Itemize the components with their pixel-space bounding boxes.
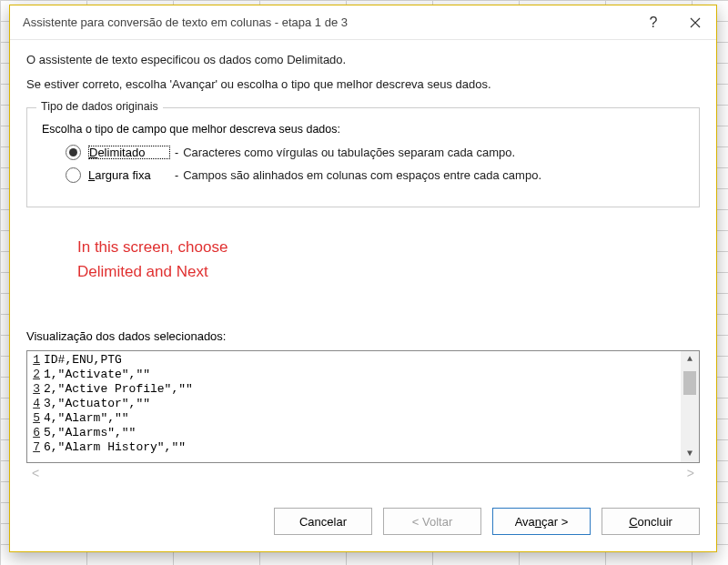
- line-number: 5: [27, 411, 42, 426]
- preview-label: Visualização dos dados selecionados:: [26, 329, 700, 343]
- scroll-down-arrow[interactable]: ▼: [681, 446, 699, 462]
- line-text: 5,"Alarms","": [42, 426, 136, 440]
- radio-delimited-desc: Caracteres como vírgulas ou tabulações s…: [183, 146, 515, 159]
- fieldset-legend: Tipo de dados originais: [36, 100, 163, 113]
- line-text: 2,"Active Profile","": [42, 382, 193, 397]
- sep: -: [175, 169, 178, 182]
- scroll-up-arrow[interactable]: ▲: [681, 351, 699, 368]
- preview-row: 54,"Alarm","": [27, 411, 681, 426]
- text-to-columns-dialog: Assistente para conversão de texto em co…: [9, 5, 717, 552]
- close-icon: [690, 17, 701, 28]
- line-number: 2: [27, 368, 42, 382]
- radio-fixed-width-desc: Campos são alinhados em colunas com espa…: [183, 168, 541, 182]
- line-number: 3: [27, 382, 42, 397]
- sep: -: [175, 146, 178, 159]
- titlebar: Assistente para conversão de texto em co…: [10, 5, 716, 40]
- help-button[interactable]: ?: [632, 5, 674, 39]
- horizontal-scrollbar[interactable]: < >: [26, 463, 700, 483]
- line-number: 6: [27, 426, 42, 440]
- preview-row: 76,"Alarm History","": [27, 440, 681, 455]
- line-number: 7: [27, 440, 42, 455]
- preview-row: 21,"Activate","": [27, 368, 681, 382]
- fieldset-prompt: Escolha o tipo de campo que melhor descr…: [42, 123, 684, 136]
- radio-delimited[interactable]: [66, 145, 81, 160]
- radio-row-delimited: Delimitado - Caracteres como vírgulas ou…: [66, 145, 684, 160]
- preview-row: 32,"Active Profile","": [27, 382, 681, 397]
- radio-delimited-label[interactable]: Delimitado: [88, 146, 170, 159]
- line-text: 6,"Alarm History","": [42, 440, 186, 455]
- preview-row: 43,"Actuator","": [27, 397, 681, 411]
- radio-fixed-width[interactable]: [66, 167, 81, 183]
- intro-line-1: O assistente de texto especificou os dad…: [26, 53, 700, 66]
- data-preview: 1ID#,ENU,PTG21,"Activate",""32,"Active P…: [26, 350, 700, 463]
- scroll-left-arrow[interactable]: <: [32, 466, 39, 480]
- annotation-line-2: Delimited and Next: [77, 259, 700, 284]
- dialog-content: O assistente de texto especificou os dad…: [10, 40, 716, 491]
- preview-row: 65,"Alarms","": [27, 426, 681, 440]
- preview-text-area[interactable]: 1ID#,ENU,PTG21,"Activate",""32,"Active P…: [27, 351, 681, 462]
- line-text: ID#,ENU,PTG: [42, 353, 122, 368]
- line-number: 4: [27, 397, 42, 411]
- radio-fixed-width-label[interactable]: Largura fixa: [88, 168, 170, 182]
- annotation-text: In this screen, choose Delimited and Nex…: [77, 235, 700, 284]
- back-button: < Voltar: [383, 508, 481, 535]
- next-button[interactable]: Avançar >: [492, 508, 591, 535]
- preview-row: 1ID#,ENU,PTG: [27, 353, 681, 368]
- line-number: 1: [27, 353, 42, 368]
- original-data-type-group: Tipo de dados originais Escolha o tipo d…: [26, 107, 700, 207]
- intro-line-2: Se estiver correto, escolha 'Avançar' ou…: [26, 77, 700, 91]
- scroll-right-arrow[interactable]: >: [687, 466, 694, 480]
- close-button[interactable]: [674, 5, 716, 39]
- vertical-scrollbar[interactable]: ▲ ▼: [681, 351, 699, 462]
- button-row: Cancelar < Voltar Avançar > Concluir: [10, 491, 716, 551]
- radio-row-fixed: Largura fixa - Campos são alinhados em c…: [66, 167, 684, 183]
- line-text: 4,"Alarm","": [42, 411, 129, 426]
- cancel-button[interactable]: Cancelar: [274, 508, 372, 535]
- finish-button[interactable]: Concluir: [602, 508, 700, 535]
- line-text: 1,"Activate","": [42, 368, 150, 382]
- dialog-title: Assistente para conversão de texto em co…: [23, 15, 632, 29]
- scroll-thumb[interactable]: [683, 371, 696, 395]
- line-text: 3,"Actuator","": [42, 397, 150, 411]
- annotation-line-1: In this screen, choose: [77, 235, 700, 259]
